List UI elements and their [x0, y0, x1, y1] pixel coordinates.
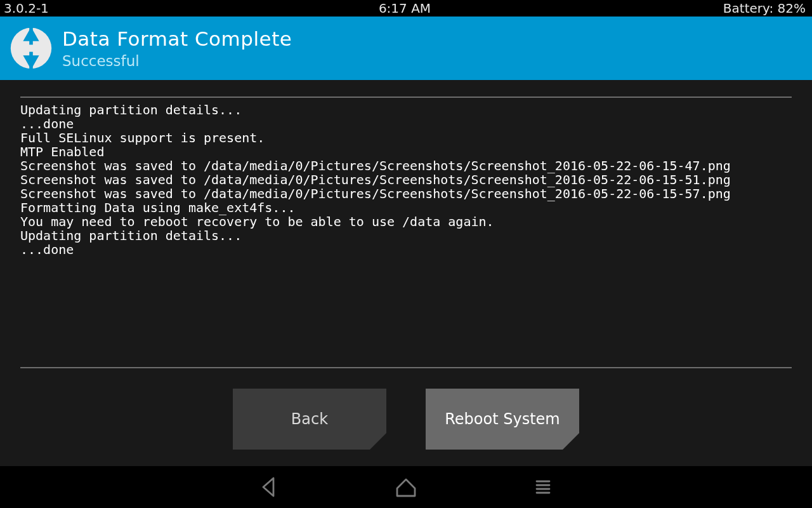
svg-rect-2 — [29, 52, 33, 70]
page-subtitle: Successful — [62, 53, 292, 69]
nav-home-icon[interactable] — [393, 474, 419, 500]
twrp-logo-icon — [9, 26, 53, 70]
battery-level: Battery: 82% — [539, 1, 806, 16]
status-bar: 3.0.2-1 6:17 AM Battery: 82% — [0, 0, 812, 17]
divider-bottom — [20, 367, 792, 368]
back-button[interactable]: Back — [233, 389, 386, 450]
page-title: Data Format Complete — [62, 27, 292, 50]
nav-back-icon[interactable] — [256, 474, 282, 500]
nav-bar — [0, 466, 812, 508]
twrp-version: 3.0.2-1 — [4, 1, 271, 16]
nav-menu-icon[interactable] — [530, 474, 556, 500]
clock: 6:17 AM — [271, 1, 538, 16]
divider-top — [20, 97, 792, 98]
content-area: Updating partition details... ...done Fu… — [0, 80, 812, 466]
page-header: Data Format Complete Successful — [0, 17, 812, 80]
console-log[interactable]: Updating partition details... ...done Fu… — [20, 103, 792, 367]
reboot-system-button[interactable]: Reboot System — [426, 389, 579, 450]
action-buttons: Back Reboot System — [20, 389, 792, 450]
svg-rect-1 — [29, 27, 33, 44]
